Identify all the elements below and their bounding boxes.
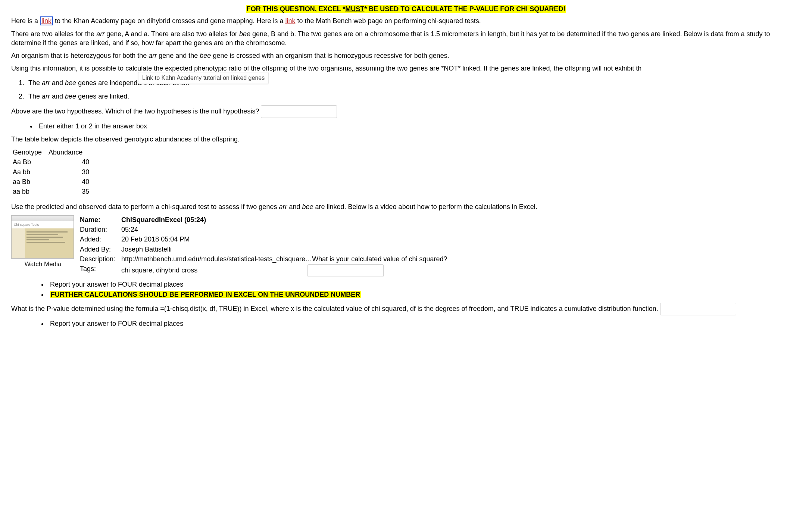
report-4dp: Report your answer to FOUR decimal place… <box>48 280 801 289</box>
genotype-table: Genotype Abundance Aa Bb40 Aa bb30 aa Bb… <box>13 147 89 196</box>
null-hint-list: Enter either 1 or 2 in the answer box <box>22 122 801 131</box>
banner-must: MUST <box>345 5 364 13</box>
null-hint: Enter either 1 or 2 in the answer box <box>37 122 801 131</box>
media-addedby: Joseph Battistelli <box>121 245 453 255</box>
tooltip: Link to Kahn Academy tutorial on linked … <box>138 72 269 84</box>
chisq-intro: Use the predicted and observed data to p… <box>11 202 801 211</box>
media-metadata: Name:ChiSquaredInExcel (05:24) Duration:… <box>80 215 453 278</box>
table-intro: The table below depicts the observed gen… <box>11 135 801 144</box>
pvalue-hints: Report your answer to FOUR decimal place… <box>33 319 801 328</box>
ratio-paragraph: Using this information, it is possible t… <box>11 64 801 73</box>
table-row: Aa bb30 <box>13 167 89 177</box>
table-row: aa bb35 <box>13 187 89 196</box>
col-abundance: Abundance <box>49 147 89 157</box>
report-4dp-b: Report your answer to FOUR decimal place… <box>48 319 801 328</box>
banner-pre: FOR THIS QUESTION, EXCEL * <box>247 5 346 13</box>
pvalue-question: What is the P-value determined using the… <box>11 303 801 315</box>
media-block: Chi-square Tests Watch Media Name:ChiSqu… <box>11 215 801 278</box>
table-row: Aa Bb40 <box>13 157 89 167</box>
watch-media-link[interactable]: Watch Media <box>11 260 75 269</box>
banner-post: * BE USED TO CALCULATE THE P-VALUE FOR C… <box>364 5 565 13</box>
intro-paragraph: Here is a link to the Khan Academy page … <box>11 16 801 25</box>
chi-answer-input[interactable] <box>307 264 384 277</box>
further-calc: FURTHER CALCULATIONS SHOULD BE PERFORMED… <box>48 290 801 299</box>
chi-question: What is your calculated value of chi squ… <box>312 255 447 263</box>
null-question: Above are the two hypotheses. Which of t… <box>11 105 801 118</box>
video-thumbnail[interactable]: Chi-square Tests <box>11 215 74 259</box>
cross-paragraph: An organism that is heterozygous for bot… <box>11 51 801 60</box>
null-answer-input[interactable] <box>261 105 337 118</box>
chi-hints: Report your answer to FOUR decimal place… <box>33 280 801 299</box>
hypothesis-2: The arr and bee genes are linked. <box>26 92 801 101</box>
khan-link[interactable]: link <box>40 16 53 25</box>
media-description: http://mathbench.umd.edu/modules/statist… <box>121 255 453 264</box>
col-genotype: Genotype <box>13 147 49 157</box>
mathbench-link[interactable]: link <box>285 17 295 25</box>
media-duration: 05:24 <box>121 225 453 235</box>
table-row: aa Bb40 <box>13 177 89 187</box>
media-added: 20 Feb 2018 05:04 PM <box>121 235 453 244</box>
media-tags: chi square, dihybrid cross <box>121 264 453 278</box>
banner: FOR THIS QUESTION, EXCEL *MUST* BE USED … <box>11 4 801 13</box>
alleles-paragraph: There are two alleles for the arr gene, … <box>11 29 801 48</box>
pvalue-answer-input[interactable] <box>660 303 736 315</box>
media-name: ChiSquaredInExcel (05:24) <box>121 215 453 225</box>
